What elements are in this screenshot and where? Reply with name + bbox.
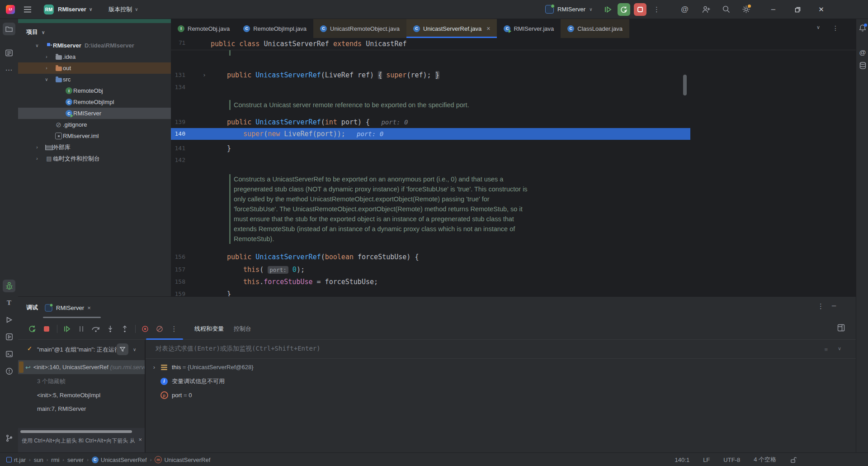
tree-item-src[interactable]: ∨src	[18, 74, 171, 85]
chevron-down-icon[interactable]: ∨	[838, 346, 841, 352]
frame-row[interactable]: <init>:5, RemoteObjImpl	[18, 388, 145, 402]
tab-remoteobj-java[interactable]: IRemoteObj.java	[171, 19, 236, 38]
code-line-157[interactable]: 157this( port: 0);	[171, 264, 690, 276]
database-icon[interactable]	[857, 60, 868, 71]
run-config-name[interactable]: RMIServer	[557, 6, 585, 13]
main-menu-button[interactable]	[21, 3, 34, 16]
step-into-button[interactable]	[104, 323, 116, 335]
stop-button[interactable]	[634, 3, 646, 16]
readonly-lock-icon[interactable]	[790, 456, 797, 463]
chevron-down-icon[interactable]: ∨	[133, 346, 136, 352]
tree-item-rmiserver[interactable]: CRMIServer	[18, 108, 171, 119]
structure-icon[interactable]	[3, 47, 15, 59]
tree-item-rmiserver-iml[interactable]: RMIserver.iml	[18, 130, 171, 142]
tree-chevron-icon[interactable]: ∨	[35, 43, 39, 48]
window-close-button[interactable]: ✕	[815, 3, 827, 16]
evaluate-expression-field[interactable]: 对表达式求值(Enter)或添加监视(Ctrl+Shift+Enter) ≡ ∨	[146, 340, 856, 359]
variable-row[interactable]: pport = 0	[146, 388, 856, 402]
horizontal-scrollbar[interactable]	[20, 430, 132, 433]
tab-list-chevron-icon[interactable]: ∨	[816, 24, 820, 30]
window-minimize-button[interactable]: ─	[767, 3, 779, 16]
caret-position-widget[interactable]: 140:1	[675, 456, 690, 463]
project-panel-header[interactable]: 项目 ∨	[26, 28, 45, 36]
encoding-widget[interactable]: UTF-8	[723, 456, 740, 463]
hint-close-button[interactable]: ×	[138, 436, 142, 443]
fold-chevron-icon[interactable]: ›	[203, 69, 206, 81]
debug-options-button[interactable]: ⋮	[817, 302, 824, 310]
debug-session-tab[interactable]: RMIServer ×	[44, 300, 91, 315]
tree-chevron-icon[interactable]: ›	[35, 156, 39, 161]
resume-program-button[interactable]	[601, 3, 614, 16]
notifications-icon[interactable]	[857, 23, 868, 33]
tree-item--idea[interactable]: ›.idea	[18, 51, 171, 62]
code-line-134[interactable]: 134	[171, 81, 690, 93]
vcs-menu[interactable]: 版本控制 ∨	[108, 5, 138, 14]
tree-item--gitignore[interactable]: ⊘.gitignore	[18, 119, 171, 130]
debug-panel-title[interactable]: 调试	[26, 304, 38, 312]
resume-button[interactable]	[61, 323, 73, 335]
chevron-down-icon[interactable]: ∨	[589, 7, 592, 12]
window-restore-button[interactable]	[791, 3, 804, 16]
code-line-131[interactable]: 131›public UnicastServerRef(LiveRef ref)…	[171, 69, 690, 81]
variable-row[interactable]: ›this = {UnicastServerRef@628}	[146, 360, 856, 374]
tree-item-remoteobjimpl[interactable]: CRemoteObjImpl	[18, 96, 171, 108]
thread-selector[interactable]: ✓ "main"@1 在组"main": 正在运行 ∨	[18, 340, 145, 359]
rerun-debug-button[interactable]	[26, 323, 38, 335]
indent-widget[interactable]: 4 个空格	[754, 456, 776, 464]
ai-assistant-icon[interactable]: @	[857, 47, 868, 57]
filter-frames-button[interactable]	[117, 343, 128, 355]
step-over-button[interactable]	[90, 323, 102, 335]
code-line-139[interactable]: 139public UnicastServerRef(int port) { p…	[171, 116, 690, 128]
project-icon[interactable]	[3, 23, 15, 35]
search-everywhere-button[interactable]	[720, 3, 732, 16]
close-icon[interactable]: ×	[486, 25, 490, 32]
services-icon[interactable]	[3, 330, 15, 343]
tree-chevron-icon[interactable]: ›	[44, 66, 49, 71]
variable-row[interactable]: i变量调试信息不可用	[146, 374, 856, 388]
code-with-me-button[interactable]	[700, 3, 712, 16]
tree-item-rmiserver[interactable]: ∨RMIserverD:\idea\RMIserver	[18, 40, 171, 51]
debug-icon[interactable]	[3, 280, 15, 292]
debug-tab-console[interactable]: 控制台	[234, 325, 251, 333]
tab-unicastremoteobject-java[interactable]: CUnicastRemoteObject.java	[313, 19, 406, 38]
settings-button[interactable]	[740, 3, 752, 16]
code-line-158[interactable]: 158this.forceStubUse = forceStubUse;	[171, 276, 690, 288]
breadcrumb-item[interactable]: mUnicastServerRef	[155, 456, 210, 463]
code-line-159[interactable]: 159}	[171, 288, 690, 296]
code-line-156[interactable]: 156public UnicastServerRef(boolean force…	[171, 251, 690, 263]
layout-settings-button[interactable]	[837, 324, 845, 332]
tree-item--[interactable]: ›外部库	[18, 142, 171, 153]
terminal-icon[interactable]	[3, 347, 15, 360]
tree-chevron-icon[interactable]: ∨	[44, 77, 49, 82]
more-actions-button[interactable]: ⋮	[650, 3, 663, 16]
editor-scrollbar[interactable]	[683, 75, 687, 95]
stop-button[interactable]	[41, 323, 52, 335]
run-icon[interactable]	[3, 314, 15, 326]
code-line-142[interactable]: 142	[171, 154, 690, 166]
tab-remoteobjimpl-java[interactable]: CRemoteObjImpl.java	[236, 19, 313, 38]
frame-row[interactable]: ↩<init>:140, UnicastServerRef (sun.rmi.s…	[18, 360, 145, 374]
version-control-icon[interactable]	[3, 432, 15, 444]
problems-icon[interactable]	[3, 365, 15, 377]
debug-hide-button[interactable]: ─	[832, 302, 836, 309]
build-icon[interactable]: T	[3, 296, 15, 309]
debug-tab-threads[interactable]: 线程和变量	[194, 325, 224, 333]
pause-button[interactable]	[75, 323, 87, 335]
debug-more-button[interactable]: ⋮	[168, 323, 180, 335]
tab-classloader-java[interactable]: CClassLoader.java	[561, 19, 629, 38]
more-tools-icon[interactable]: ⋯	[3, 63, 15, 76]
close-icon[interactable]: ×	[87, 304, 91, 311]
tree-item--[interactable]: ›▤临时文件和控制台	[18, 153, 171, 164]
tree-chevron-icon[interactable]: ›	[35, 145, 39, 150]
tree-chevron-icon[interactable]: ›	[44, 54, 49, 59]
code-line-141[interactable]: 141}	[171, 143, 690, 154]
breadcrumb-item[interactable]: rt.jar	[6, 456, 26, 463]
ai-assistant-button[interactable]: @	[678, 3, 691, 16]
frame-row[interactable]: main:7, RMIServer	[18, 402, 145, 416]
breadcrumb-item[interactable]: sun	[34, 456, 43, 463]
breadcrumb-item[interactable]: CUnicastServerRef	[92, 456, 147, 463]
breadcrumb-item[interactable]: server	[67, 456, 84, 463]
breadcrumb-item[interactable]: rmi	[51, 456, 59, 463]
project-name-menu[interactable]: RMIserver ∨	[58, 6, 92, 13]
mute-breakpoints-button[interactable]	[154, 323, 165, 335]
